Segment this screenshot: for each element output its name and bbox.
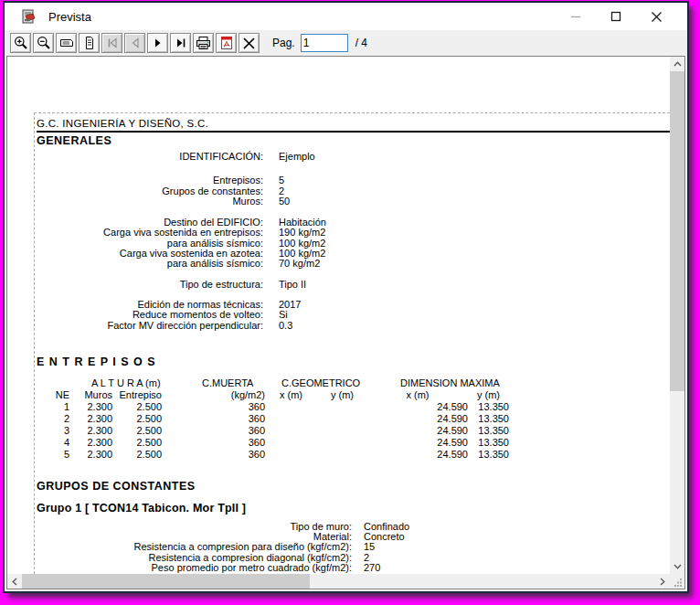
cell: [265, 425, 317, 437]
kv-row: Carga viva sostenida en entrepisos:190 k…: [37, 228, 670, 238]
kv-row: Tipo de muro:Confinado: [37, 522, 670, 532]
toolbar: Pag. / 4: [5, 30, 687, 56]
field-value: 50: [279, 196, 290, 207]
kv-row: Tipo de estructura:Tipo II: [37, 280, 670, 290]
chevron-left-icon: [12, 578, 17, 586]
chevron-right-icon: [660, 578, 665, 586]
col-header: x (m): [367, 389, 468, 401]
scroll-up-button[interactable]: [670, 57, 684, 71]
col-header: x (m): [265, 389, 317, 401]
scroll-left-button[interactable]: [7, 574, 22, 589]
previous-page-button[interactable]: [124, 33, 145, 53]
cell: [265, 449, 317, 461]
titlebar: Prevista: [5, 3, 687, 30]
cell: 24.590: [367, 437, 468, 449]
generales-block-1: IDENTIFICACIÓN:Ejemplo: [37, 152, 670, 162]
generales-block-2: Entrepisos:5 Grupos de constantes:2 Muro…: [37, 175, 670, 207]
field-label: Tipo de estructura:: [37, 280, 263, 290]
kv-row: Material:Concreto: [37, 532, 670, 542]
section-heading-entrepisos: E N T R E P I S O S: [37, 356, 670, 368]
cell: [265, 413, 317, 425]
page-total: / 4: [355, 37, 367, 49]
cell: 2.500: [112, 425, 162, 437]
kv-row: Reduce momentos de volteo:Si: [37, 310, 670, 320]
field-label: para análisis sísmico:: [37, 259, 263, 269]
minimize-button[interactable]: [556, 3, 596, 30]
table-row: 32.3002.50036024.59013.350: [37, 425, 670, 437]
kv-row: Edición de normas técnicas:2017: [37, 300, 670, 310]
table-header-row: NE Muros Entrepiso (kg/m2) x (m) y (m) x…: [37, 389, 670, 401]
field-value: 270: [364, 563, 380, 573]
field-label: Peso promedio por metro cuadrado (kgf/m2…: [37, 563, 352, 573]
table-row: 12.3002.50036024.59013.350: [37, 401, 670, 413]
cell: 2.300: [69, 425, 112, 437]
cell: 13.350: [468, 437, 509, 449]
whole-page-button[interactable]: [79, 33, 100, 53]
col-header: (kg/m2): [162, 389, 265, 401]
field-value: Ejemplo: [279, 152, 315, 162]
cell: 2.500: [112, 401, 162, 413]
field-label: IDENTIFICACIÓN:: [37, 152, 263, 162]
grupo-1-block: Tipo de muro:Confinado Material:Concreto…: [37, 522, 670, 573]
export-pdf-button[interactable]: [216, 33, 237, 53]
cell: 360: [162, 425, 265, 437]
close-preview-icon: [242, 37, 256, 50]
cell: 13.350: [468, 401, 509, 413]
close-preview-button[interactable]: [239, 33, 260, 53]
kv-row: Muros:50: [37, 196, 670, 207]
cell: 3: [37, 425, 69, 437]
print-button[interactable]: [193, 33, 214, 53]
scroll-right-button[interactable]: [655, 574, 670, 589]
maximize-button[interactable]: [596, 3, 636, 30]
close-icon: [651, 11, 663, 23]
page-number-input[interactable]: [301, 34, 348, 52]
kv-row: Resistencia a compresion para diseño (kg…: [37, 542, 670, 552]
table-group-header-row: A L T U R A (m) C.MUERTA C.GEOMETRICO DI…: [37, 377, 670, 389]
printer-icon: [196, 36, 211, 50]
zoom-out-button[interactable]: [33, 33, 54, 53]
app-icon: [21, 9, 37, 24]
close-button[interactable]: [636, 3, 676, 30]
next-page-icon: [152, 37, 164, 49]
vertical-scroll-thumb[interactable]: [670, 71, 684, 391]
cell: 5: [37, 449, 69, 461]
cell: 360: [162, 437, 265, 449]
table-row: 22.3002.50036024.59013.350: [37, 413, 670, 425]
cell: 13.350: [468, 449, 509, 461]
cell: 2: [37, 413, 69, 425]
generales-block-3: Destino del EDIFICIO:Habitación Carga vi…: [37, 218, 670, 269]
col-group-altura: A L T U R A (m): [91, 377, 161, 389]
kv-row: IDENTIFICACIÓN:Ejemplo: [37, 152, 670, 162]
page-portrait-icon: [82, 36, 97, 50]
field-value: 0.3: [279, 321, 292, 331]
page-label: Pag.: [272, 37, 295, 49]
scroll-down-button[interactable]: [670, 559, 684, 574]
previous-page-icon: [129, 37, 142, 49]
horizontal-scrollbar[interactable]: [7, 574, 670, 589]
col-group-dimension: DIMENSION MAXIMA: [400, 377, 500, 389]
preview-area: G.C. INGENIERÍA Y DISEÑO, S.C. GENERALES…: [6, 56, 685, 589]
document-page: G.C. INGENIERÍA Y DISEÑO, S.C. GENERALES…: [34, 112, 670, 574]
resize-grip-icon[interactable]: [673, 578, 683, 587]
window-controls: [556, 3, 687, 30]
col-group-cgeometrico: C.GEOMETRICO: [281, 377, 360, 389]
section-heading-grupos: GRUPOS DE CONSTANTES: [37, 481, 670, 493]
vertical-scrollbar[interactable]: [670, 57, 684, 574]
cell: [317, 425, 367, 437]
zoom-in-button[interactable]: [10, 33, 31, 53]
next-page-button[interactable]: [147, 33, 168, 53]
first-page-button[interactable]: [101, 33, 122, 53]
horizontal-scroll-thumb[interactable]: [22, 574, 310, 589]
grupo-1-title: Grupo 1 [ TCON14 Tabicon. Mor TpII ]: [37, 503, 670, 515]
cell: [265, 437, 317, 449]
field-value: Tipo II: [279, 280, 306, 290]
kv-row: Grupos de constantes:2: [37, 186, 670, 196]
cell: 2.300: [69, 449, 112, 461]
fit-width-button[interactable]: [56, 33, 77, 53]
kv-row: Resistencia a compresion diagonal (kgf/c…: [37, 553, 670, 563]
cell: 360: [162, 413, 265, 425]
cell: 2.300: [69, 401, 112, 413]
last-page-button[interactable]: [170, 33, 191, 53]
minimize-icon: [570, 11, 581, 22]
kv-row: Carga viva sostenida en azotea:100 kg/m2: [37, 249, 670, 259]
